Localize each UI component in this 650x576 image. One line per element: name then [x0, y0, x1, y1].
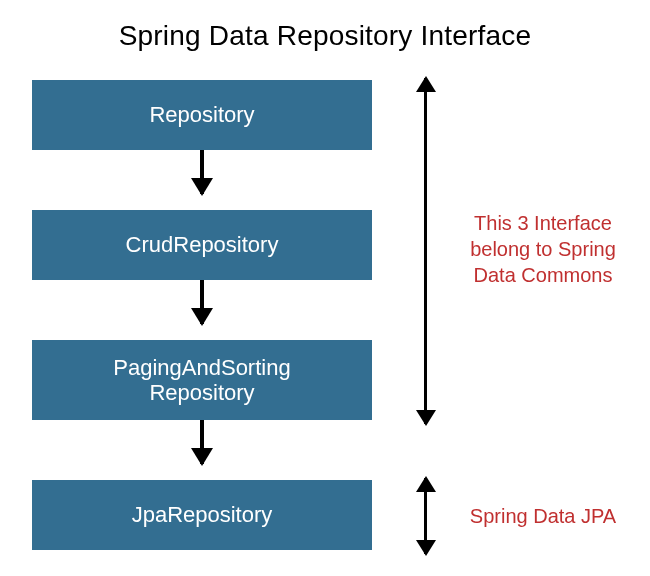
arrow-down-icon — [200, 420, 204, 464]
box-label: PagingAndSorting Repository — [113, 355, 290, 406]
box-label: CrudRepository — [126, 232, 279, 257]
arrow-down-icon — [200, 280, 204, 324]
diagram-canvas: Spring Data Repository Interface Reposit… — [0, 0, 650, 576]
double-arrow-icon — [424, 478, 427, 554]
box-jpa-repository: JpaRepository — [32, 480, 372, 550]
box-paging-and-sorting-repository: PagingAndSorting Repository — [32, 340, 372, 420]
box-label: Repository — [149, 102, 254, 127]
double-arrow-icon — [424, 78, 427, 424]
box-label: JpaRepository — [132, 502, 273, 527]
box-crud-repository: CrudRepository — [32, 210, 372, 280]
diagram-title: Spring Data Repository Interface — [0, 20, 650, 52]
box-repository: Repository — [32, 80, 372, 150]
annotation-commons: This 3 Interface belong to Spring Data C… — [458, 210, 628, 288]
arrow-down-icon — [200, 150, 204, 194]
annotation-jpa: Spring Data JPA — [458, 503, 628, 529]
